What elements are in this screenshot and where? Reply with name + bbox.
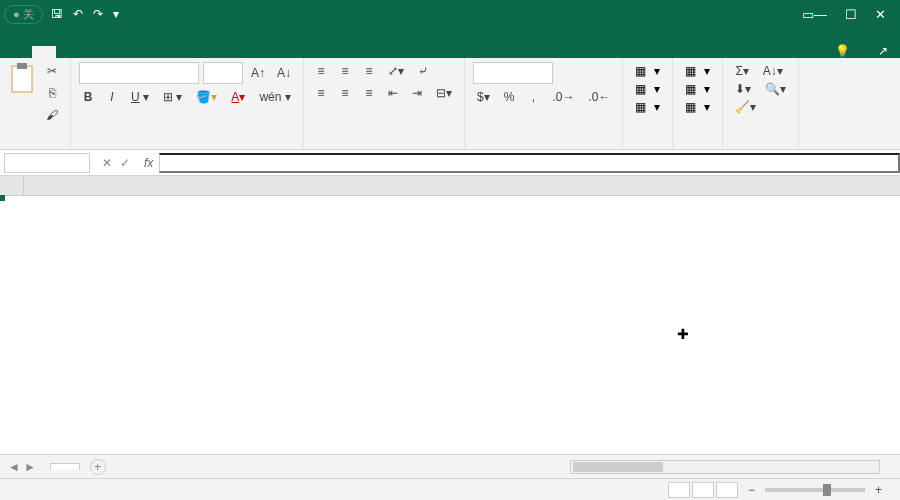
increase-indent-icon[interactable]: ⇥ [408,84,426,102]
paste-button[interactable] [8,62,36,124]
autosave-toggle[interactable]: ● 关 [4,5,43,24]
sheet-tab[interactable] [50,463,80,470]
orientation-icon[interactable]: ⤢▾ [384,62,408,80]
tab-powerpivot[interactable] [248,46,272,58]
sheet-nav-prev-icon[interactable]: ◄ [8,460,20,474]
undo-icon[interactable]: ↶ [73,7,83,21]
format-painter-icon[interactable]: 🖌 [42,106,62,124]
font-size-select[interactable] [203,62,243,84]
group-label-font [79,145,295,147]
sort-filter-icon[interactable]: A↓▾ [759,62,787,80]
cell-styles-button[interactable]: ▦ ▾ [631,98,664,116]
save-icon[interactable]: 🖫 [51,7,63,21]
zoom-in-button[interactable]: + [875,483,882,497]
wrap-text-icon[interactable]: ⤶ [414,62,432,80]
group-cells: ▦ ▾ ▦ ▾ ▦ ▾ [673,58,723,149]
fx-icon[interactable]: fx [138,156,159,170]
phonetic-button[interactable]: wén ▾ [255,88,294,106]
tab-view[interactable] [176,46,200,58]
font-name-select[interactable] [79,62,199,84]
qat-dropdown-icon[interactable]: ▾ [113,7,119,21]
active-cell-indicator [0,196,4,200]
bold-button[interactable]: B [79,88,97,106]
group-label-cells [681,145,714,147]
delete-cells-button[interactable]: ▦ ▾ [681,80,714,98]
cancel-formula-icon[interactable]: ✕ [102,156,112,170]
share-button[interactable]: ↗ [866,44,900,58]
normal-view-button[interactable] [668,482,690,498]
page-break-view-button[interactable] [716,482,738,498]
clipboard-icon [8,62,36,94]
status-bar: − + [0,478,900,500]
minimize-button[interactable]: — [814,7,827,22]
format-as-table-button[interactable]: ▦ ▾ [631,80,664,98]
sheet-tab-bar: ◄► + [0,454,900,478]
align-top-icon[interactable]: ≡ [312,62,330,80]
zoom-slider[interactable] [765,488,865,492]
align-bottom-icon[interactable]: ≡ [360,62,378,80]
insert-cells-button[interactable]: ▦ ▾ [681,62,714,80]
tab-file[interactable] [8,46,32,58]
horizontal-scrollbar[interactable] [570,460,880,474]
italic-button[interactable]: I [103,88,121,106]
percent-icon[interactable]: % [500,88,519,106]
group-label-alignment [312,145,456,147]
cursor-icon: ✚ [677,326,689,342]
align-middle-icon[interactable]: ≡ [336,62,354,80]
tab-developer[interactable] [200,46,224,58]
worksheet-grid[interactable]: ✚ [0,176,900,454]
clear-icon[interactable]: 🧹▾ [731,98,760,116]
close-button[interactable]: ✕ [875,7,886,22]
tell-me-search[interactable]: 💡 [823,44,866,58]
comma-icon[interactable]: , [524,88,542,106]
align-right-icon[interactable]: ≡ [360,84,378,102]
maximize-button[interactable]: ☐ [845,7,857,22]
tab-layout[interactable] [80,46,104,58]
decrease-font-icon[interactable]: A↓ [273,64,295,82]
ribbon: ✂ ⎘ 🖌 A↑ A↓ B I U ▾ ⊞ ▾ 🪣▾ A▾ wén ▾ [0,58,900,150]
ribbon-options-icon[interactable]: ▭ [802,7,814,22]
merge-button[interactable]: ⊟▾ [432,84,456,102]
group-label-styles [631,145,664,147]
decrease-decimal-icon[interactable]: .0← [584,88,614,106]
zoom-out-button[interactable]: − [748,483,755,497]
increase-font-icon[interactable]: A↑ [247,64,269,82]
border-button[interactable]: ⊞ ▾ [159,88,186,106]
align-center-icon[interactable]: ≡ [336,84,354,102]
svg-rect-1 [17,63,27,69]
group-number: $▾ % , .0→ .0← [465,58,623,149]
group-alignment: ≡ ≡ ≡ ⤢▾ ⤶ ≡ ≡ ≡ ⇤ ⇥ ⊟▾ [304,58,465,149]
redo-icon[interactable]: ↷ [93,7,103,21]
tab-insert[interactable] [56,46,80,58]
tab-acrobat[interactable] [224,46,248,58]
fill-color-button[interactable]: 🪣▾ [192,88,221,106]
enter-formula-icon[interactable]: ✓ [120,156,130,170]
format-cells-button[interactable]: ▦ ▾ [681,98,714,116]
increase-decimal-icon[interactable]: .0→ [548,88,578,106]
cut-icon[interactable]: ✂ [42,62,62,80]
svg-rect-0 [12,66,32,92]
sheet-nav-next-icon[interactable]: ► [24,460,36,474]
group-label-editing [731,145,790,147]
tab-home[interactable] [32,46,56,58]
copy-icon[interactable]: ⎘ [42,84,62,102]
page-layout-view-button[interactable] [692,482,714,498]
tab-data[interactable] [128,46,152,58]
group-styles: ▦ ▾ ▦ ▾ ▦ ▾ [623,58,673,149]
conditional-format-button[interactable]: ▦ ▾ [631,62,664,80]
formula-bar[interactable] [159,153,900,173]
align-left-icon[interactable]: ≡ [312,84,330,102]
find-icon[interactable]: 🔍▾ [761,80,790,98]
fill-icon[interactable]: ⬇▾ [731,80,755,98]
autosum-icon[interactable]: Σ▾ [731,62,752,80]
decrease-indent-icon[interactable]: ⇤ [384,84,402,102]
tab-formulas[interactable] [104,46,128,58]
underline-button[interactable]: U ▾ [127,88,153,106]
currency-icon[interactable]: $▾ [473,88,494,106]
number-format-select[interactable] [473,62,553,84]
font-color-button[interactable]: A▾ [227,88,249,106]
add-sheet-button[interactable]: + [90,459,106,475]
select-all-corner[interactable] [0,176,24,195]
tab-review[interactable] [152,46,176,58]
name-box[interactable] [4,153,90,173]
